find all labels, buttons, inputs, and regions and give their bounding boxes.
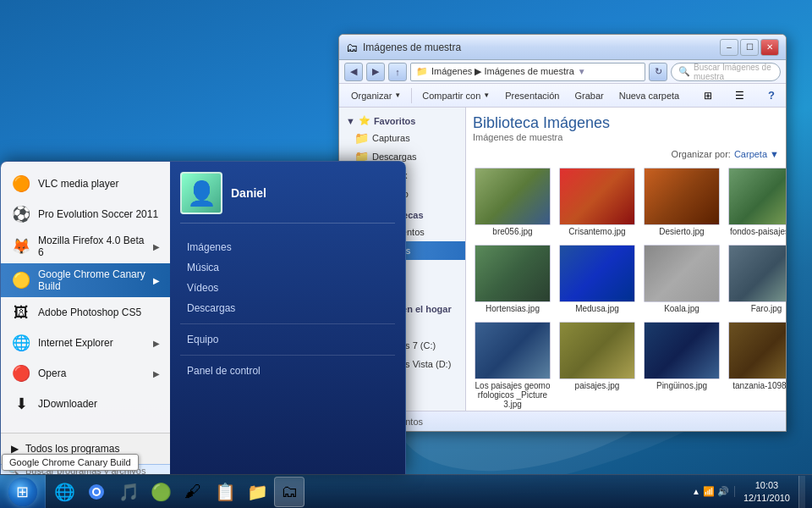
image-thumb-10 <box>559 322 635 379</box>
image-item-9[interactable]: Los paisajes geomorfologicos _Picture3.j… <box>473 320 552 411</box>
clock-date: 12/11/2010 <box>743 492 790 504</box>
image-label-1: bre056.jpg <box>492 227 532 236</box>
search-icon: 🔍 <box>678 66 690 77</box>
start-item-pes[interactable]: ⚽ Pro Evolution Soccer 2011 <box>1 199 170 229</box>
presentation-button[interactable]: Presentación <box>498 89 566 102</box>
start-menu: 🟠 VLC media player ⚽ Pro Evolution Socce… <box>0 161 406 474</box>
start-item-photoshop[interactable]: 🖼 Adobe Photoshop CS5 <box>1 297 170 328</box>
image-item-4[interactable]: fondos-paisajes.jpg <box>727 166 786 238</box>
right-item-musica[interactable]: Música <box>180 257 395 278</box>
start-item-chrome[interactable]: 🟡 Google Chrome Canary Build ▶ <box>1 263 170 297</box>
image-item-11[interactable]: Pingüinos.jpg <box>642 320 721 411</box>
taskbar-items: 🌐 🎵 🟢 🖌 📋 📁 🗂 <box>46 475 680 509</box>
right-item-videos[interactable]: Vídeos <box>180 278 395 298</box>
programs-icon: ▶ <box>11 443 19 455</box>
right-item-imagenes[interactable]: Imágenes <box>180 237 395 257</box>
image-label-9: Los paisajes geomorfologicos _Picture3.j… <box>475 381 551 409</box>
image-thumb-6 <box>559 245 635 302</box>
folder-icon: 📁 <box>354 131 369 145</box>
taskbar-explorer[interactable]: 🗂 <box>274 477 304 507</box>
window-controls: – ☐ ✕ <box>720 39 779 56</box>
image-thumb-7 <box>644 245 720 302</box>
taskbar-paint[interactable]: 🖌 <box>178 477 208 507</box>
tray-volume[interactable]: 🔊 <box>717 486 729 497</box>
back-button[interactable]: ◀ <box>344 63 363 81</box>
image-label-11: Pingüinos.jpg <box>656 381 707 390</box>
start-button[interactable]: ⊞ <box>0 475 46 509</box>
image-label-4: fondos-paisajes.jpg <box>730 227 786 236</box>
taskbar-right: ▲ 📶 🔊 10:03 12/11/2010 <box>680 476 812 508</box>
minimize-button[interactable]: – <box>720 39 738 56</box>
clock[interactable]: 10:03 12/11/2010 <box>738 479 795 504</box>
folder-icon: 🗂 <box>346 41 358 54</box>
image-item-10[interactable]: paisajes.jpg <box>557 320 637 411</box>
firefox-icon: 🦊 <box>11 236 31 257</box>
start-item-firefox[interactable]: 🦊 Mozilla Firefox 4.0 Beta 6 ▶ <box>1 229 170 263</box>
taskbar-spotify[interactable]: 🟢 <box>145 477 176 507</box>
image-label-10: paisajes.jpg <box>575 381 620 390</box>
explorer-main: Biblioteca Imágenes Imágenes de muestra … <box>466 108 786 411</box>
burn-button[interactable]: Grabar <box>568 89 610 102</box>
library-title: Biblioteca Imágenes <box>473 114 779 132</box>
search-bar[interactable]: 🔍 Buscar Imágenes de muestra <box>671 63 781 81</box>
image-item-3[interactable]: Desierto.jpg <box>642 166 721 238</box>
right-item-control-panel[interactable]: Panel de control <box>180 361 395 381</box>
library-subtitle: Imágenes de muestra <box>473 132 779 142</box>
start-programs-list: 🟠 VLC media player ⚽ Pro Evolution Socce… <box>1 162 170 426</box>
view-button[interactable]: ⊞ <box>699 86 717 105</box>
organize-arrow: ▼ <box>770 149 779 159</box>
favorites-icon: ⭐ <box>359 115 370 126</box>
right-item-equipo[interactable]: Equipo <box>180 329 395 350</box>
svg-point-2 <box>94 489 99 494</box>
sidebar-item-capturas[interactable]: 📁 Capturas <box>339 129 465 147</box>
up-button[interactable]: ↑ <box>388 63 407 81</box>
image-item-5[interactable]: Hortensias.jpg <box>473 243 552 315</box>
image-item-1[interactable]: bre056.jpg <box>473 166 552 238</box>
start-item-opera[interactable]: 🔴 Opera ▶ <box>1 358 170 389</box>
start-item-jdownloader[interactable]: ⬇ JDownloader <box>1 389 170 419</box>
tray-arrow[interactable]: ▲ <box>692 487 700 496</box>
share-button[interactable]: Compartir con ▼ <box>415 89 497 102</box>
start-item-ie[interactable]: 🌐 Internet Explorer ▶ <box>1 328 170 358</box>
image-item-12[interactable]: tanzania-1098.jpg <box>727 320 786 411</box>
user-name: Daniel <box>231 186 266 200</box>
main-header: Biblioteca Imágenes Imágenes de muestra <box>473 114 779 142</box>
image-item-7[interactable]: Koala.jpg <box>642 243 721 315</box>
show-desktop-button[interactable] <box>798 476 805 508</box>
image-thumb-3 <box>644 168 720 225</box>
refresh-button[interactable]: ↻ <box>649 63 667 81</box>
taskbar-unknown[interactable]: 📋 <box>210 477 240 507</box>
taskbar-folder[interactable]: 📁 <box>242 477 272 507</box>
jdownloader-icon: ⬇ <box>11 394 31 414</box>
details-button[interactable]: ☰ <box>731 86 749 105</box>
taskbar-music[interactable]: 🎵 <box>113 477 144 507</box>
image-item-8[interactable]: Faro.jpg <box>727 243 786 315</box>
clock-time: 10:03 <box>743 479 790 491</box>
organize-by-value[interactable]: Carpeta ▼ <box>734 149 779 159</box>
breadcrumb-text: Imágenes ▶ Imágenes de muestra <box>431 66 574 77</box>
taskbar-ie[interactable]: 🌐 <box>49 477 80 507</box>
right-item-descargas[interactable]: Descargas <box>180 298 395 318</box>
new-folder-button[interactable]: Nueva carpeta <box>612 89 687 102</box>
close-button[interactable]: ✕ <box>760 39 779 56</box>
forward-button[interactable]: ▶ <box>366 63 385 81</box>
start-item-vlc[interactable]: 🟠 VLC media player <box>1 168 170 199</box>
image-item-2[interactable]: Crisantemo.jpg <box>557 166 637 238</box>
taskbar-chrome[interactable] <box>81 477 112 507</box>
image-grid: bre056.jpg Crisantemo.jpg Desierto.jpg f… <box>473 166 779 411</box>
image-item-6[interactable]: Medusa.jpg <box>557 243 637 315</box>
arrow-icon: ▶ <box>153 369 160 378</box>
status-bar: 📁 13 elementos <box>339 411 786 431</box>
share-arrow: ▼ <box>483 91 490 99</box>
user-avatar: 👤 <box>180 172 222 214</box>
chrome-icon: 🟡 <box>11 270 31 290</box>
image-label-5: Hortensias.jpg <box>486 304 540 313</box>
organize-button[interactable]: Organizar ▼ <box>344 89 408 102</box>
tray-network: 📶 <box>703 486 715 497</box>
favorites-header[interactable]: ▼ ⭐ Favoritos <box>339 113 465 129</box>
search-placeholder: Buscar Imágenes de muestra <box>694 63 773 81</box>
help-button[interactable]: ? <box>762 86 781 105</box>
breadcrumb[interactable]: 📁 Imágenes ▶ Imágenes de muestra ▼ <box>410 63 645 81</box>
maximize-button[interactable]: ☐ <box>740 39 759 56</box>
vlc-icon: 🟠 <box>11 174 31 194</box>
